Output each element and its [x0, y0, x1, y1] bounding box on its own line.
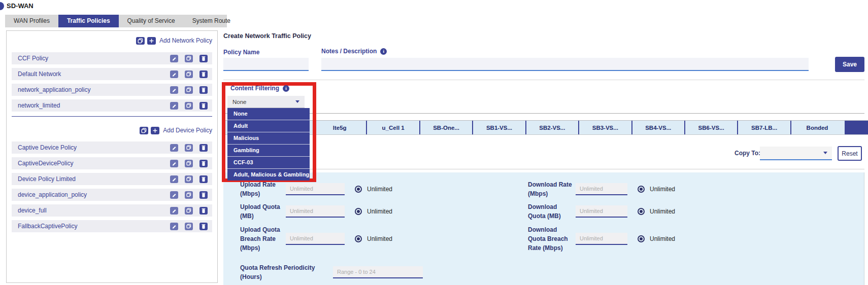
policy-row-device-full[interactable]: device_full	[12, 204, 212, 217]
edit-icon[interactable]	[170, 223, 178, 230]
policy-row-device-policy-limited[interactable]: Device Policy Limited	[12, 173, 212, 185]
add-network-policy-button[interactable]: Add Network Policy	[159, 37, 212, 44]
limit-input[interactable]	[286, 205, 345, 218]
interface-tab-sb6-vs[interactable]: SB6-VS...	[684, 121, 737, 134]
nav-tab-system-route[interactable]: System Route	[184, 15, 239, 27]
duplicate-icon[interactable]	[185, 207, 193, 215]
dropdown-option-gambling[interactable]: Gambling	[227, 145, 310, 157]
duplicate-icon[interactable]	[185, 55, 193, 62]
delete-icon[interactable]	[199, 55, 208, 62]
radio-unlimited[interactable]	[638, 208, 645, 215]
interface-tab-bonded[interactable]: Bonded	[790, 121, 843, 134]
delete-icon[interactable]	[199, 102, 208, 110]
edit-icon[interactable]	[170, 175, 178, 183]
dropdown-option-adult[interactable]: Adult	[227, 120, 310, 132]
policy-name: device_full	[18, 207, 170, 214]
duplicate-policy-icon[interactable]	[136, 37, 145, 45]
limit-input[interactable]	[576, 233, 627, 245]
dropdown-option-malicious[interactable]: Malicious	[227, 132, 310, 145]
interface-tab-sb4-vs[interactable]: SB4-VS...	[631, 121, 684, 134]
duplicate-icon[interactable]	[185, 175, 193, 183]
radio-unlimited[interactable]	[355, 235, 362, 242]
duplicate-icon[interactable]	[185, 223, 193, 230]
policy-row-ccf-policy[interactable]: CCF Policy	[12, 52, 212, 64]
limit-row-quota-refresh-periodicity-hours: Quota Refresh Periodicity (Hours)	[240, 258, 423, 285]
interface-tab-u-cell-1[interactable]: u_Cell 1	[366, 121, 419, 134]
duplicate-policy-icon[interactable]	[140, 127, 148, 134]
radio-unlimited[interactable]	[638, 235, 645, 242]
duplicate-icon[interactable]	[185, 160, 193, 167]
row-actions	[170, 86, 208, 94]
delete-icon[interactable]	[199, 207, 208, 215]
limit-input[interactable]	[286, 233, 345, 245]
add-device-policy-button[interactable]: Add Device Policy	[163, 127, 212, 134]
dropdown-option-none[interactable]: None	[227, 108, 310, 120]
dropdown-option-adult-malicious-gambling[interactable]: Adult, Malicious & Gambling	[227, 169, 310, 181]
edit-icon[interactable]	[170, 160, 178, 167]
content-filtering-dropdown[interactable]: None	[227, 96, 305, 108]
nav-tab-quality-of-service[interactable]: Quality of Service	[119, 15, 184, 27]
radio-unlimited[interactable]	[638, 186, 645, 193]
radio-unlimited[interactable]	[355, 208, 362, 215]
duplicate-icon[interactable]	[185, 191, 193, 199]
radio-label: Unlimited	[367, 208, 392, 215]
limit-input[interactable]	[333, 266, 423, 278]
row-actions	[170, 70, 208, 78]
copy-to-dropdown[interactable]	[760, 147, 832, 160]
delete-icon[interactable]	[199, 86, 208, 94]
policy-row-device-application-policy[interactable]: device_application_policy	[12, 189, 212, 201]
policy-name-input[interactable]	[223, 58, 309, 71]
policy-name: device_application_policy	[18, 191, 170, 198]
plus-icon[interactable]	[151, 127, 159, 134]
policy-row-network-limited[interactable]: network_limited	[12, 99, 212, 112]
delete-icon[interactable]	[199, 175, 208, 183]
interface-tab-scroll-button[interactable]	[845, 121, 868, 134]
duplicate-icon[interactable]	[185, 70, 193, 78]
field-label: Upload Quota Breach Rate (Mbps)	[240, 225, 283, 253]
edit-icon[interactable]	[170, 86, 178, 94]
limit-input[interactable]	[286, 183, 345, 195]
plus-icon[interactable]	[147, 37, 156, 45]
page-title: SD-WAN	[7, 2, 34, 10]
edit-icon[interactable]	[170, 207, 178, 215]
limit-row-download-rate-mbps: Download Rate (Mbps) Unlimited	[528, 179, 711, 200]
delete-icon[interactable]	[199, 70, 208, 78]
save-button[interactable]: Save	[835, 57, 864, 72]
edit-icon[interactable]	[170, 55, 178, 62]
duplicate-icon[interactable]	[185, 144, 193, 152]
interface-tab-sb-one[interactable]: SB-One...	[419, 121, 472, 134]
duplicate-icon[interactable]	[185, 86, 193, 94]
delete-icon[interactable]	[199, 191, 208, 199]
info-icon[interactable]	[380, 48, 387, 55]
edit-icon[interactable]	[170, 102, 178, 110]
nav-tab-traffic-policies[interactable]: Traffic Policies	[58, 15, 119, 27]
dropdown-option-ccf-03[interactable]: CCF-03	[227, 157, 310, 169]
policy-row-network-application-policy[interactable]: network_application_policy	[12, 84, 212, 96]
interface-tab-sb2-vs[interactable]: SB2-VS...	[525, 121, 578, 134]
interface-tab-lte5g[interactable]: lte5g	[313, 121, 366, 134]
limit-input[interactable]	[576, 205, 627, 218]
sdwan-page: SD-WAN WAN ProfilesTraffic PoliciesQuali…	[0, 0, 868, 285]
delete-icon[interactable]	[199, 223, 208, 230]
notes-input[interactable]	[321, 58, 809, 71]
delete-icon[interactable]	[199, 160, 208, 167]
duplicate-icon[interactable]	[185, 102, 193, 110]
info-icon[interactable]	[283, 85, 289, 92]
reset-button[interactable]: Reset	[838, 146, 862, 161]
interface-tab-sb1-vs[interactable]: SB1-VS...	[472, 121, 525, 134]
policy-row-default-network[interactable]: Default Network	[12, 68, 212, 80]
interface-tab-sb7-lb[interactable]: SB7-LB...	[737, 121, 790, 134]
nav-tab-wan-profiles[interactable]: WAN Profiles	[5, 15, 58, 27]
delete-icon[interactable]	[199, 144, 208, 152]
edit-icon[interactable]	[170, 191, 178, 199]
policy-row-captive-device-policy[interactable]: Captive Device Policy	[12, 141, 212, 154]
policy-row-fallbackcaptivepolicy[interactable]: FallbackCaptivePolicy	[12, 220, 212, 232]
edit-icon[interactable]	[170, 70, 178, 78]
limit-input[interactable]	[576, 183, 627, 195]
policy-name: Device Policy Limited	[18, 175, 170, 183]
edit-icon[interactable]	[170, 144, 178, 152]
policy-row-captivedevicepolicy[interactable]: CaptiveDevicePolicy	[12, 157, 212, 169]
radio-unlimited[interactable]	[355, 186, 362, 193]
interface-tab-sb3-vs[interactable]: SB3-VS...	[578, 121, 631, 134]
row-actions	[170, 223, 208, 230]
